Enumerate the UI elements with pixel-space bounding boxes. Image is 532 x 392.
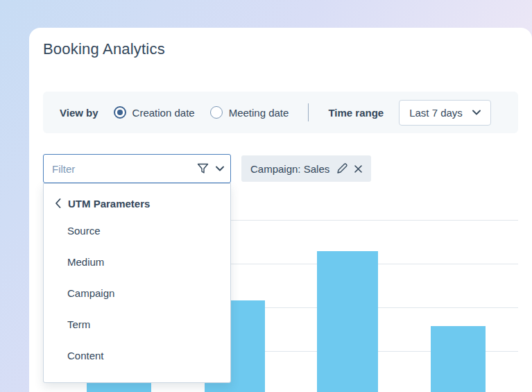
- dropdown-item-term[interactable]: Term: [44, 309, 230, 340]
- chevron-down-icon: [472, 110, 481, 115]
- radio-unselected-icon: [210, 106, 223, 119]
- filter-input-box: [43, 154, 231, 183]
- view-toolbar: View by Creation date Meeting date Time …: [43, 92, 518, 133]
- radio-creation-date[interactable]: Creation date: [114, 106, 195, 119]
- dropdown-header-label: UTM Parameters: [68, 198, 150, 210]
- close-icon[interactable]: [354, 165, 362, 173]
- time-range-value: Last 7 days: [409, 107, 463, 119]
- filter-chip-campaign-sales: Campaign: Sales: [241, 155, 371, 182]
- dropdown-item-medium[interactable]: Medium: [44, 246, 230, 278]
- page-background: { "page": { "title": "Booking Analytics"…: [0, 0, 532, 392]
- chevron-down-icon[interactable]: [216, 166, 224, 171]
- dropdown-item-campaign[interactable]: Campaign: [44, 278, 230, 309]
- analytics-card: Booking Analytics View by Creation date …: [29, 28, 532, 392]
- time-range-select[interactable]: Last 7 days: [399, 100, 491, 126]
- filter-chip-label: Campaign: Sales: [250, 163, 329, 175]
- view-by-label: View by: [60, 107, 98, 119]
- radio-selected-icon: [114, 106, 126, 119]
- toolbar-divider: [308, 103, 309, 121]
- time-range-label: Time range: [328, 107, 384, 119]
- chevron-left-icon: [55, 198, 61, 208]
- edit-pencil-icon[interactable]: [336, 163, 347, 174]
- radio-creation-date-label: Creation date: [132, 107, 195, 119]
- radio-meeting-date-label: Meeting date: [229, 107, 289, 119]
- dropdown-item-source[interactable]: Source: [44, 215, 230, 246]
- filter-funnel-icon[interactable]: [197, 163, 209, 174]
- page-title: Booking Analytics: [43, 40, 165, 58]
- chart-bar: [317, 251, 378, 392]
- radio-meeting-date[interactable]: Meeting date: [210, 106, 289, 119]
- dropdown-back-utm-parameters[interactable]: UTM Parameters: [44, 184, 230, 215]
- dropdown-item-content[interactable]: Content: [44, 340, 230, 371]
- chart-bar: [431, 326, 486, 392]
- filter-dropdown-panel: UTM Parameters Source Medium Campaign Te…: [43, 183, 231, 383]
- filter-input[interactable]: [52, 163, 190, 175]
